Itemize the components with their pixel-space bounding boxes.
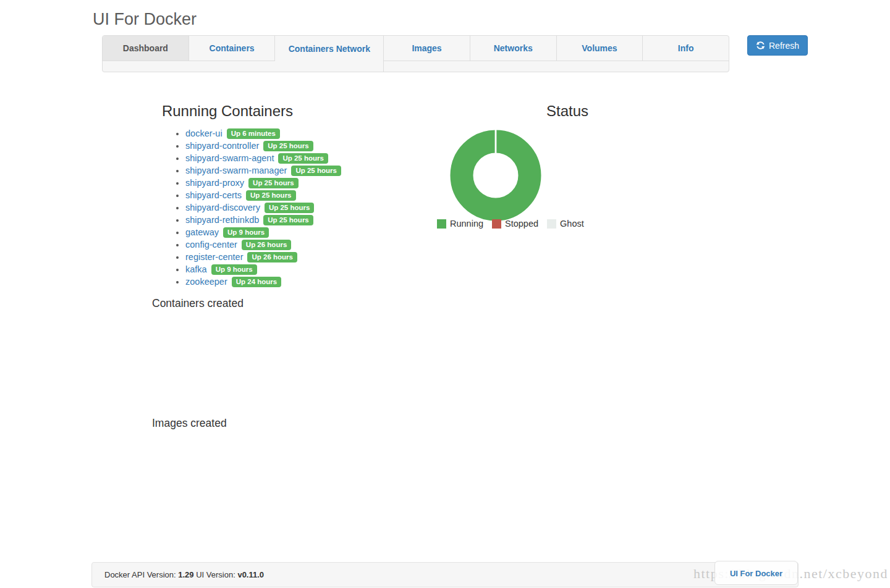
footer-panel: Docker API Version: 1.29 UI Version: v0.… [91,562,799,587]
container-link[interactable]: shipyard-proxy [185,178,244,188]
container-link[interactable]: shipyard-rethinkdb [185,215,259,225]
legend-label-running: Running [450,219,483,229]
uptime-badge: Up 26 hours [242,240,291,250]
container-link[interactable]: gateway [185,227,219,237]
container-list-item: shipyard-proxyUp 25 hours [185,177,363,189]
container-link[interactable]: zookeeper [185,277,227,287]
status-donut-chart [446,126,545,225]
container-list-item: shipyard-swarm-managerUp 25 hours [185,164,363,177]
container-link[interactable]: docker-ui [185,128,222,138]
tab-dashboard[interactable]: Dashboard [103,36,189,61]
tab-containers-network[interactable]: Containers Network [275,36,384,72]
footer-brand-link[interactable]: UI For Docker [730,569,782,578]
ui-version-value: v0.11.0 [237,570,264,579]
tab-info[interactable]: Info [643,36,729,61]
container-list-item: shipyard-certsUp 25 hours [185,189,363,201]
docker-ui-page: UI For Docker Dashboard Containers Conta… [0,0,890,588]
tab-images[interactable]: Images [384,36,470,61]
refresh-button[interactable]: Refresh [747,35,808,56]
footer-version-text: Docker API Version: 1.29 UI Version: v0.… [104,563,264,587]
refresh-icon [756,41,765,50]
api-version-value: 1.29 [178,570,193,579]
container-list-item: docker-uiUp 6 minutes [185,127,363,140]
uptime-badge: Up 25 hours [291,166,341,176]
ui-version-label: UI Version: [196,570,235,579]
legend-swatch-stopped [492,219,501,229]
container-link[interactable]: shipyard-discovery [185,203,260,212]
main-tab-bar: Dashboard Containers Containers Network … [102,35,729,72]
status-legend: Running Stopped Ghost [437,219,593,229]
container-list-item: config-centerUp 26 hours [185,238,363,251]
containers-created-heading: Containers created [152,297,244,310]
running-containers-list: docker-uiUp 6 minutes shipyard-controlle… [91,127,363,288]
running-containers-section: Running Containers docker-uiUp 6 minutes… [91,101,363,288]
container-link[interactable]: shipyard-certs [185,190,242,200]
container-link[interactable]: shipyard-swarm-agent [185,153,274,163]
container-list-item: shipyard-swarm-agentUp 25 hours [185,152,363,164]
uptime-badge: Up 26 hours [247,252,297,262]
uptime-badge: Up 9 hours [223,227,269,238]
api-version-label: Docker API Version: [104,570,176,579]
page-title: UI For Docker [93,10,197,29]
container-list-item: shipyard-discoveryUp 25 hours [185,201,363,214]
container-list-item: shipyard-rethinkdbUp 25 hours [185,214,363,226]
status-title: Status [383,101,752,121]
footer-brand-box: UI For Docker [714,561,798,585]
legend-label-stopped: Stopped [505,219,538,229]
uptime-badge: Up 25 hours [265,203,314,213]
container-link[interactable]: shipyard-swarm-manager [185,166,287,175]
container-list-item: register-centerUp 26 hours [185,251,363,263]
container-link[interactable]: config-center [185,240,237,250]
legend-label-ghost: Ghost [560,219,584,229]
running-containers-title: Running Containers [91,101,363,121]
legend-swatch-ghost [547,219,556,229]
tab-volumes[interactable]: Volumes [557,36,643,61]
refresh-button-label: Refresh [769,41,799,51]
uptime-badge: Up 25 hours [263,215,313,225]
container-list-item: kafkaUp 9 hours [185,263,363,275]
images-created-heading: Images created [152,417,227,430]
container-list-item: zookeeperUp 24 hours [185,275,363,288]
tab-networks[interactable]: Networks [470,36,557,61]
container-link[interactable]: shipyard-controller [185,141,259,151]
uptime-badge: Up 25 hours [248,178,298,188]
uptime-badge: Up 6 minutes [227,128,280,139]
uptime-badge: Up 25 hours [278,153,328,164]
legend-swatch-running [437,219,446,229]
uptime-badge: Up 24 hours [232,277,281,287]
container-link[interactable]: register-center [185,252,243,262]
status-section: Status Running Stopped Ghost [383,101,752,237]
uptime-badge: Up 25 hours [263,141,313,151]
container-list-item: shipyard-controllerUp 25 hours [185,140,363,152]
container-list-item: gatewayUp 9 hours [185,226,363,238]
container-link[interactable]: kafka [185,264,207,274]
tab-containers[interactable]: Containers [189,36,276,61]
uptime-badge: Up 9 hours [211,264,257,275]
uptime-badge: Up 25 hours [246,190,295,201]
